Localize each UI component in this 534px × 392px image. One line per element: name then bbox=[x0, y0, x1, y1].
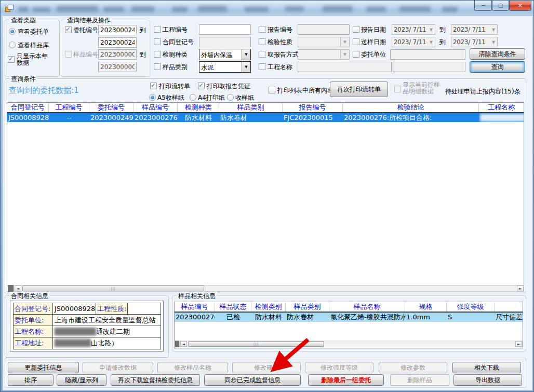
hide-show-columns-button[interactable]: 隐藏/显示列 bbox=[57, 374, 106, 386]
redacted-title-blob bbox=[245, 7, 269, 12]
main-col-header[interactable]: 工程编号 bbox=[49, 103, 89, 112]
inspect-nature-combo[interactable]: ▼ bbox=[298, 37, 350, 47]
year-only-checkbox[interactable] bbox=[8, 56, 15, 63]
chevron-down-icon[interactable]: ▼ bbox=[242, 49, 250, 60]
main-col-header[interactable]: 报告编号 bbox=[283, 103, 343, 112]
update-entrust-button[interactable]: 更新委托信息 bbox=[8, 362, 79, 373]
clear-query-button[interactable]: 清除查询条件 bbox=[470, 48, 525, 60]
modify-params-button[interactable]: 修改参数 bbox=[379, 362, 447, 373]
extra-disabled-input[interactable] bbox=[393, 62, 465, 72]
chevron-down-icon[interactable]: ▼ bbox=[428, 40, 435, 45]
sample-col-header[interactable]: 规格 bbox=[405, 302, 447, 312]
report-no-input[interactable] bbox=[298, 24, 350, 35]
delete-sample-button[interactable]: 删除样品 bbox=[390, 374, 449, 386]
view-samplelib-radio[interactable] bbox=[9, 42, 16, 48]
report-date-checkbox[interactable] bbox=[353, 26, 359, 33]
print-transfer-checkbox[interactable] bbox=[150, 83, 157, 89]
inspect-nature-checkbox[interactable] bbox=[259, 38, 265, 45]
sample-to-input[interactable] bbox=[98, 62, 137, 72]
sample-from-input[interactable] bbox=[98, 49, 137, 60]
modify-strength-grade-button[interactable]: 修改强度等级 bbox=[305, 362, 373, 373]
view-entrust-radio[interactable] bbox=[9, 28, 16, 35]
send-date-to-picker[interactable]: 2023/ 7/11 ▼ bbox=[451, 37, 498, 47]
query-button[interactable]: 查询 bbox=[470, 61, 525, 73]
scroll-left-icon[interactable]: ◄ bbox=[180, 341, 187, 347]
report-no-checkbox[interactable] bbox=[259, 26, 265, 33]
sample-to-label: 到 bbox=[140, 51, 146, 58]
modify-spec-button[interactable]: 修改规格 bbox=[232, 362, 301, 373]
chevron-down-icon[interactable]: ▼ bbox=[242, 62, 250, 72]
main-hscroll-thumb[interactable]: ||| bbox=[22, 286, 204, 291]
send-date-checkbox[interactable] bbox=[353, 38, 359, 45]
report-date-to-picker[interactable]: 2023/ 7/11 ▼ bbox=[451, 24, 498, 35]
main-hscrollbar[interactable]: ◄ ||| ► bbox=[14, 285, 524, 292]
titlebar[interactable]: ─ ▢ ✕ bbox=[1, 1, 533, 16]
sample-hscrollbar[interactable]: ◄ ||| ► bbox=[179, 341, 523, 347]
scroll-right-icon[interactable]: ► bbox=[515, 341, 522, 347]
delete-last-group-button[interactable]: 删除最后一组委托 bbox=[308, 374, 384, 386]
sample-col-header[interactable]: 样品编号 bbox=[175, 302, 215, 312]
sample-cat-combo[interactable]: 水泥 ▼ bbox=[199, 61, 251, 73]
chevron-down-icon[interactable]: ▼ bbox=[490, 40, 497, 45]
scroll-left-icon[interactable]: ◄ bbox=[15, 286, 21, 291]
export-data-button[interactable]: 导出数据 bbox=[453, 374, 522, 386]
main-col-header[interactable]: 检验结论 bbox=[343, 103, 479, 112]
send-date-from-picker[interactable]: 2023/ 7/11 ▼ bbox=[392, 37, 435, 47]
sample-hscroll-thumb[interactable]: ||| bbox=[188, 341, 324, 347]
chevron-down-icon[interactable]: ▼ bbox=[340, 37, 349, 47]
paper-receive-radio[interactable] bbox=[227, 94, 234, 101]
sort-button[interactable]: 排序 bbox=[8, 374, 54, 386]
sample-table-row-selected[interactable]: 2023000276 已检 防水材料 防水卷材 氯化聚乙烯-橡胶共混防水 1.0… bbox=[175, 313, 523, 322]
main-col-header[interactable]: 样品类别 bbox=[219, 103, 283, 112]
sample-col-header[interactable]: 样品名称 bbox=[329, 302, 405, 312]
sample-col-header[interactable]: 检测类别 bbox=[251, 302, 286, 312]
main-col-header[interactable]: 委托编号 bbox=[89, 103, 134, 112]
report-date-from-picker[interactable]: 2023/ 7/11 ▼ bbox=[392, 24, 435, 35]
maximize-button[interactable]: ▢ bbox=[492, 1, 509, 11]
main-col-header[interactable]: 工程名称 bbox=[479, 103, 524, 112]
redownload-supervision-button[interactable]: 再次下载监督抽检委托信息 bbox=[111, 374, 200, 386]
main-col-header[interactable]: 合同登记号 bbox=[7, 103, 49, 112]
sample-col-header[interactable] bbox=[495, 302, 523, 312]
print-all-checkbox[interactable] bbox=[269, 87, 275, 93]
sample-col-header[interactable]: 强度等级 bbox=[447, 302, 495, 312]
project-no-checkbox[interactable] bbox=[154, 26, 161, 33]
main-col-header[interactable]: 检测种类 bbox=[178, 103, 219, 112]
report-method-combo[interactable]: ▼ bbox=[298, 49, 350, 60]
entrust-no-checkbox[interactable] bbox=[65, 26, 72, 33]
main-col-header[interactable]: 样品编号 bbox=[134, 103, 178, 112]
entrust-from-input[interactable] bbox=[98, 25, 137, 35]
paper-a4-radio[interactable] bbox=[190, 94, 196, 101]
minimize-button[interactable]: ─ bbox=[474, 1, 492, 11]
test-type-combo[interactable]: 外墙内保温 ▼ bbox=[199, 49, 251, 60]
sample-col-header[interactable]: 样品类别 bbox=[286, 302, 329, 312]
chevron-down-icon[interactable]: ▼ bbox=[428, 28, 435, 32]
project-no-input[interactable] bbox=[199, 24, 251, 35]
project-name-checkbox[interactable] bbox=[259, 63, 265, 70]
report-method-checkbox[interactable] bbox=[259, 51, 265, 58]
entrust-to-input[interactable] bbox=[98, 37, 137, 48]
sample-no-checkbox[interactable] bbox=[65, 51, 72, 58]
contract-no-checkbox[interactable] bbox=[154, 38, 161, 45]
request-modify-data-button[interactable]: 申请修改数据 bbox=[83, 362, 153, 373]
sync-completed-supervision-button[interactable]: 同步已完成监督信息 bbox=[204, 374, 301, 386]
chevron-down-icon[interactable]: ▼ bbox=[490, 28, 497, 32]
print-receipt-checkbox[interactable] bbox=[198, 83, 205, 89]
modify-sample-name-button[interactable]: 修改样品名称 bbox=[157, 362, 228, 373]
close-button[interactable]: ✕ bbox=[509, 1, 531, 11]
client-unit-checkbox[interactable] bbox=[353, 51, 359, 58]
sample-col-header[interactable]: 样品状态 bbox=[215, 302, 251, 312]
contract-no-input[interactable] bbox=[199, 37, 251, 47]
related-download-button[interactable]: 相关下载 bbox=[452, 362, 521, 373]
sample-cat-checkbox[interactable] bbox=[154, 63, 161, 70]
redacted-title-blob bbox=[442, 7, 458, 12]
test-type-checkbox[interactable] bbox=[154, 51, 161, 58]
main-table-row-selected[interactable]: JS00008928 -- 2023000249 2023000276 防水材料… bbox=[7, 113, 524, 122]
reprint-transfer-button[interactable]: 再次打印流转单 bbox=[330, 82, 388, 97]
scroll-right-icon[interactable]: ► bbox=[517, 286, 524, 291]
paper-a5-radio[interactable] bbox=[149, 94, 156, 101]
show-detail-checkbox[interactable] bbox=[394, 86, 401, 92]
project-name-input[interactable] bbox=[298, 62, 392, 72]
client-unit-input[interactable] bbox=[390, 49, 465, 60]
chevron-down-icon[interactable]: ▼ bbox=[340, 50, 349, 59]
